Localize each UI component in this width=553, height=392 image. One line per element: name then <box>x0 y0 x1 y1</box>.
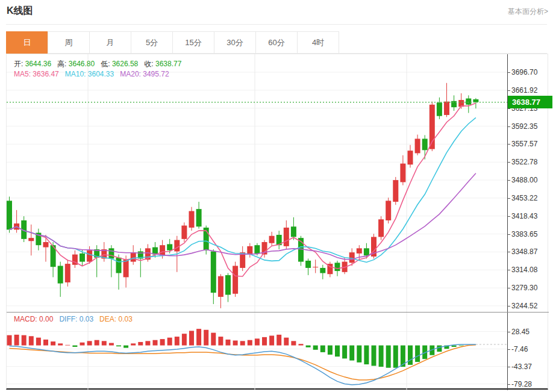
axis-tick <box>507 126 510 127</box>
axis-tick <box>507 252 510 252</box>
candlestick-chart[interactable] <box>7 54 549 312</box>
price-tick-label: 3314.08 <box>511 266 537 274</box>
macd-readout: MACD: 0.00 DIFF: 0.03 DEA: 0.03 <box>14 315 133 323</box>
axis-tick <box>507 198 510 199</box>
price-tick-label: 3592.35 <box>511 122 537 131</box>
tab-4时[interactable]: 4时 <box>297 31 339 54</box>
panel-separator <box>7 312 549 313</box>
chart-container: 3696.703661.923627.133592.353557.573522.… <box>6 54 548 390</box>
axis-tick <box>507 270 510 270</box>
macd-tick-label: -43.37 <box>511 362 532 371</box>
macd-tick-label: 28.45 <box>511 328 530 336</box>
price-tick-label: 3418.43 <box>511 212 537 220</box>
close-value: 3638.77 <box>155 60 181 68</box>
axis-tick <box>507 332 510 332</box>
price-tick-label: 3488.00 <box>511 176 537 184</box>
axis-tick <box>507 288 510 288</box>
ma20-value: 3495.72 <box>143 70 169 78</box>
axis-tick <box>507 349 510 350</box>
ma-readout: MA5: 3636.47 MA10: 3604.33 MA20: 3495.72 <box>14 70 169 78</box>
page-title: K线图 <box>7 5 33 17</box>
diff-label: DIFF: <box>59 315 77 323</box>
axis-tick <box>507 144 510 145</box>
fundamental-analysis-link[interactable]: 基本面分析> <box>508 7 548 17</box>
tab-5分[interactable]: 5分 <box>131 31 173 54</box>
axis-tick <box>507 162 510 163</box>
tab-日[interactable]: 日 <box>6 31 48 54</box>
dea-label: DEA: <box>99 315 116 323</box>
axis-tick <box>507 180 510 181</box>
price-tick-label: 3522.78 <box>511 158 537 166</box>
tab-月[interactable]: 月 <box>89 31 131 54</box>
high-value: 3646.80 <box>69 60 95 68</box>
axis-tick <box>507 384 510 385</box>
price-tick-label: 3279.30 <box>511 284 537 292</box>
low-label: 低: <box>101 60 110 68</box>
axis-tick <box>507 367 510 367</box>
tab-30分[interactable]: 30分 <box>214 31 256 54</box>
axis-tick <box>507 90 510 91</box>
macd-tick-label: -7.46 <box>511 345 528 353</box>
ma5-label: MA5: <box>14 70 31 78</box>
ohlc-readout: 开: 3644.36 高: 3646.80 低: 3626.58 收: 3638… <box>14 59 181 69</box>
macd-label: MACD: <box>14 315 37 323</box>
macd-tick-label: -79.28 <box>511 380 532 388</box>
axis-tick <box>507 216 510 217</box>
axis-tick <box>507 234 510 235</box>
close-label: 收: <box>144 60 153 68</box>
tab-周[interactable]: 周 <box>48 31 90 54</box>
price-tick-label: 3348.87 <box>511 247 537 256</box>
header-divider <box>6 24 547 25</box>
axis-tick <box>507 72 510 73</box>
tab-15分[interactable]: 15分 <box>172 31 214 54</box>
price-tick-label: 3383.65 <box>511 230 537 238</box>
macd-value: 0.00 <box>39 315 53 323</box>
open-value: 3644.36 <box>25 60 51 68</box>
current-price-badge: 3638.77 <box>508 96 552 108</box>
diff-value: 0.03 <box>80 315 93 323</box>
price-tick-label: 3696.70 <box>511 68 537 76</box>
price-tick-label: 3244.52 <box>511 302 537 310</box>
dea-value: 0.03 <box>118 315 132 323</box>
open-label: 开: <box>14 60 23 68</box>
axis-tick <box>507 306 510 306</box>
tab-60分[interactable]: 60分 <box>255 31 298 54</box>
macd-chart[interactable] <box>7 312 549 390</box>
price-tick-label: 3557.57 <box>511 140 537 148</box>
low-value: 3626.58 <box>112 60 138 68</box>
high-label: 高: <box>57 60 66 68</box>
ma10-value: 3604.33 <box>88 70 114 78</box>
interval-tabbar: 日周月5分15分30分60分4时 <box>6 31 547 54</box>
ma20-label: MA20: <box>120 70 141 78</box>
price-tick-label: 3661.92 <box>511 86 537 95</box>
price-tick-label: 3453.22 <box>511 194 537 202</box>
ma5-value: 3636.47 <box>33 70 58 78</box>
ma10-label: MA10: <box>65 70 86 78</box>
